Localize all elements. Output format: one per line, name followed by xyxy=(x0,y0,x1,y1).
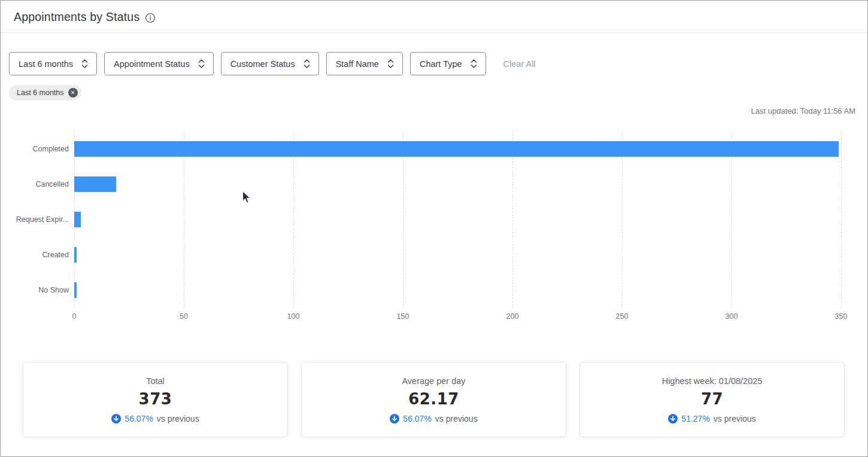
x-tick-label: 150 xyxy=(397,312,409,321)
widget-header: Appointments by Status xyxy=(1,1,867,33)
bar-completed[interactable] xyxy=(74,141,839,157)
active-filters-row: Last 6 months ✕ xyxy=(1,75,867,100)
x-tick-label: 200 xyxy=(506,312,519,321)
chevron-updown-icon xyxy=(387,59,394,69)
stat-change: 56.07% vs previous xyxy=(390,414,477,424)
filter-bar: Last 6 months Appointment Status Custome… xyxy=(1,33,867,75)
page-title: Appointments by Status xyxy=(14,10,139,24)
category-label: Request Expir... xyxy=(1,215,74,224)
category-label: Completed xyxy=(1,145,74,153)
bar-track xyxy=(74,247,841,263)
stat-label: Average per day xyxy=(402,376,465,386)
change-suffix: vs previous xyxy=(157,414,199,424)
chevron-updown-icon xyxy=(471,59,477,69)
dropdown-staff-name[interactable]: Staff Name xyxy=(326,52,403,75)
chart-row: Completed xyxy=(1,131,841,166)
clear-all-button[interactable]: Clear All xyxy=(503,59,536,69)
stat-value: 373 xyxy=(139,390,172,408)
category-label: Cancelled xyxy=(1,180,74,188)
chart-row: Cancelled xyxy=(1,166,841,202)
filter-chip-label: Last 6 months xyxy=(17,89,64,97)
chevron-updown-icon xyxy=(198,59,205,69)
bar-request-expir[interactable] xyxy=(74,212,81,227)
bar-created[interactable] xyxy=(74,247,77,263)
bar-track xyxy=(74,212,841,227)
bar-track xyxy=(74,176,841,192)
stat-value: 62.17 xyxy=(408,390,459,408)
stat-card-average-per-day: Average per day 62.17 56.07% vs previous xyxy=(301,362,566,437)
change-suffix: vs previous xyxy=(714,414,756,424)
last-updated-text: Last updated: Today 11:56 AM xyxy=(1,100,867,115)
bar-chart: CompletedCancelledRequest Expir...Create… xyxy=(1,131,841,328)
dropdown-appointment-status[interactable]: Appointment Status xyxy=(104,52,214,75)
dropdown-label: Last 6 months xyxy=(19,59,73,69)
stat-card-total: Total 373 56.07% vs previous xyxy=(23,362,288,437)
x-tick-label: 0 xyxy=(72,312,77,321)
arrow-down-circle-icon xyxy=(668,414,678,424)
stat-card-highest-week: Highest week: 01/08/2025 77 51.27% vs pr… xyxy=(579,362,845,437)
stat-change: 51.27% vs previous xyxy=(668,414,755,424)
appointments-by-status-widget: Appointments by Status Last 6 months App… xyxy=(0,0,868,457)
bar-track xyxy=(74,282,841,298)
chart-row: No Show xyxy=(1,273,841,308)
x-axis: 050100150200250300350 xyxy=(74,308,841,321)
chevron-updown-icon xyxy=(81,59,88,69)
stat-label: Highest week: 01/08/2025 xyxy=(662,376,763,386)
x-tick-label: 250 xyxy=(616,312,629,321)
bar-cancelled[interactable] xyxy=(74,176,116,192)
arrow-down-circle-icon xyxy=(111,414,121,424)
dropdown-chart-type[interactable]: Chart Type xyxy=(410,52,486,75)
dropdown-label: Appointment Status xyxy=(114,59,190,69)
bar-no-show[interactable] xyxy=(74,282,77,298)
chart-row: Created xyxy=(1,237,841,273)
dropdown-label: Chart Type xyxy=(420,59,462,69)
dropdown-date-range[interactable]: Last 6 months xyxy=(9,52,97,75)
chart-rows: CompletedCancelledRequest Expir...Create… xyxy=(1,131,841,308)
change-percent: 56.07% xyxy=(403,414,431,424)
x-tick-label: 350 xyxy=(835,312,848,321)
stat-label: Total xyxy=(146,376,165,386)
x-tick-label: 300 xyxy=(726,312,738,321)
gridline xyxy=(841,131,842,308)
remove-filter-icon[interactable]: ✕ xyxy=(68,88,78,98)
category-label: Created xyxy=(1,251,74,259)
change-suffix: vs previous xyxy=(435,414,478,424)
bar-track xyxy=(74,141,841,157)
stat-value: 77 xyxy=(701,390,723,408)
info-icon[interactable] xyxy=(145,13,156,23)
chart-row: Request Expir... xyxy=(1,202,841,237)
chevron-updown-icon xyxy=(304,59,310,69)
x-tick-label: 100 xyxy=(287,312,300,321)
change-percent: 51.27% xyxy=(681,414,709,424)
dropdown-customer-status[interactable]: Customer Status xyxy=(221,52,319,75)
dropdown-label: Staff Name xyxy=(336,59,379,69)
dropdown-label: Customer Status xyxy=(230,59,295,69)
stat-change: 56.07% vs previous xyxy=(111,414,199,424)
stat-cards-row: Total 373 56.07% vs previous Average per… xyxy=(1,328,867,437)
x-tick-label: 50 xyxy=(180,312,188,321)
filter-chip-last-6-months: Last 6 months ✕ xyxy=(9,85,81,100)
change-percent: 56.07% xyxy=(125,414,153,424)
arrow-down-circle-icon xyxy=(390,414,399,424)
category-label: No Show xyxy=(1,286,74,294)
